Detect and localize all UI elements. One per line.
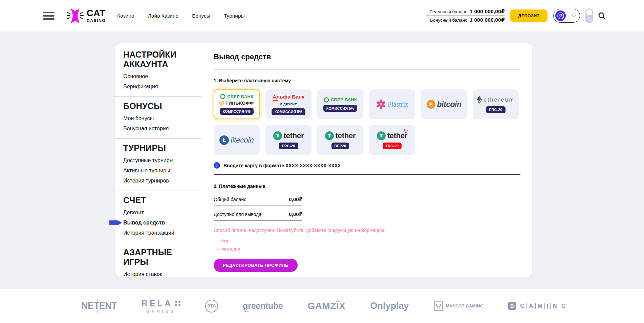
edit-profile-button[interactable]: РЕДАКТИРОВАТЬ ПРОФИЛЬ [214, 259, 298, 272]
tether-label: tether [336, 131, 356, 140]
real-balance-value: 1 000 000,00₽ [470, 8, 505, 15]
tinkoff-label: ТИНЬКОФФ [226, 101, 254, 106]
piastrix-flower-icon [376, 99, 386, 109]
payment-tile-piastrix[interactable]: Piastrix [369, 89, 415, 119]
bep20-badge: BEP20 [331, 143, 349, 149]
provider-logo-relax-gaming: RELA GAMING [142, 299, 180, 314]
payment-tile-tether-bep20[interactable]: ₮ tether BEP20 [317, 125, 363, 155]
sberbank-icon [324, 97, 329, 103]
deposit-button[interactable]: ДЕПОЗИТ [510, 9, 548, 22]
payment-balances: Общий баланс 0,00₽ Доступно для вывода 0… [214, 196, 302, 221]
sidebar-item-active-tournaments[interactable]: Активные турниры [123, 166, 201, 176]
bgaming-letter: M [536, 303, 545, 309]
hamburger-menu-icon[interactable] [43, 12, 55, 20]
nav-tournaments[interactable]: Турниры [224, 13, 245, 19]
provider-logo-greentube: greentube [243, 301, 283, 311]
sberbank-label: СБЕР БАНК [331, 97, 357, 102]
sidebar-divider [115, 96, 201, 97]
payment-tile-ethereum[interactable]: ethereum ERC-20 [473, 89, 519, 119]
cat-casino-logo[interactable]: CAT CASINO [67, 7, 106, 25]
sidebar-item-main[interactable]: Основное [123, 71, 201, 82]
sidebar-item-available-tournaments[interactable]: Доступные турниры [123, 155, 201, 166]
chevron-down-icon [572, 15, 576, 17]
withdrawal-panel: Вывод средств 1. Выберите платежную сист… [201, 43, 532, 277]
bgaming-letter: N [551, 303, 559, 309]
total-balance-value: 0,00₽ [289, 196, 302, 202]
bgaming-letter: G [518, 303, 527, 309]
provider-logo-gamzix: GAMZÎX [308, 301, 346, 311]
theme-toggle[interactable] [585, 8, 593, 23]
bgaming-letter: I [545, 303, 551, 309]
bitcoin-icon: ₿ [427, 100, 435, 109]
account-sidebar: НАСТРОЙКИ АККАУНТА Основное Верификация … [115, 43, 201, 277]
payment-tile-bitcoin[interactable]: ₿ bitcoin [421, 89, 467, 119]
commission-badge: КОМИССИЯ 5% [272, 108, 306, 115]
payment-tile-sberbank[interactable]: СБЕР БАНК КОМИССИЯ 5% [317, 89, 363, 119]
sberbank-icon [220, 94, 226, 99]
sberbank-label: СБЕР БАНК [227, 94, 253, 99]
logo-line1: CAT [87, 9, 106, 18]
alfa-bank-label: Альфа Банк [273, 94, 304, 100]
section-title-bonuses: БОНУСЫ [123, 101, 194, 111]
tether-icon: ₮ [325, 131, 334, 140]
payment-tile-tether-erc20[interactable]: ₮ tether ERC-20 [265, 125, 312, 155]
missing-field-first-name: Имя [217, 237, 520, 245]
title-divider [214, 69, 520, 69]
alfa-others-label: И ДРУГИЕ [280, 102, 297, 106]
ethereum-icon [477, 96, 482, 104]
cat-icon [67, 7, 84, 25]
available-balance-row: Доступно для вывода 0,00₽ [214, 211, 302, 221]
payment-tile-litecoin[interactable]: Ł litecoin [214, 125, 260, 155]
avatar [555, 10, 566, 21]
sidebar-item-bonus-history[interactable]: Бонусная история [123, 124, 201, 134]
sidebar-item-deposit[interactable]: Депозит [123, 208, 201, 218]
account-card: НАСТРОЙКИ АККАУНТА Основное Верификация … [115, 43, 532, 277]
real-balance-label: Реальный баланс [430, 9, 467, 14]
nav-bonuses[interactable]: Бонусы [192, 13, 210, 19]
section-title-tournaments: ТУРНИРЫ [123, 143, 194, 153]
payment-methods-grid: СБЕР БАНК ТИНЬКОФФ КОМИССИЯ 5% Альфа Бан… [214, 89, 520, 155]
relax-word: RELA [142, 299, 173, 308]
provider-logo-btg: BTG [205, 300, 218, 313]
relax-gaming-word: GAMING [146, 309, 176, 314]
sidebar-item-tournament-history[interactable]: История турниров [123, 176, 201, 186]
payment-tile-sber-tinkoff[interactable]: СБЕР БАНК ТИНЬКОФФ КОМИССИЯ 5% [214, 89, 260, 119]
nav-live-casino[interactable]: Лайв Казино [148, 13, 178, 19]
sidebar-item-my-bonuses[interactable]: Мои бонусы [123, 113, 201, 124]
commission-badge: КОМИССИЯ 5% [220, 108, 254, 115]
piastrix-label: Piastrix [388, 101, 408, 108]
card-format-note: i Вводите карту в формате ХХХХ-ХХХХ-ХХХХ… [214, 162, 520, 169]
bonus-balance-row: Бонусный баланс 1 000 000,00₽ [430, 16, 505, 24]
bgaming-b-icon: B [508, 302, 516, 310]
sidebar-item-withdrawal[interactable]: Вывод средств [123, 218, 201, 228]
tether-icon: ₮ [377, 131, 386, 140]
section-title-account: СЧЕТ [123, 195, 194, 205]
bonus-balance-value: 1 000 000,00₽ [470, 17, 505, 23]
provider-logo-bgaming: B G A M I N G [508, 302, 568, 310]
erc20-badge: ERC-20 [486, 106, 505, 113]
commission-badge: КОМИССИЯ 5% [323, 105, 358, 112]
person-icon [557, 12, 564, 20]
sidebar-item-verification[interactable]: Верификация [123, 82, 201, 92]
section-title-gambling: АЗАРТНЫЕ ИГРЫ [123, 247, 194, 266]
sidebar-divider [115, 243, 201, 243]
missing-field-last-name: Фамилия [217, 245, 520, 253]
bgaming-letter: G [559, 303, 568, 309]
tinkoff-icon [219, 101, 224, 106]
section-divider [214, 174, 520, 175]
sidebar-divider [115, 191, 201, 191]
info-icon: i [214, 162, 220, 169]
profile-dropdown[interactable] [553, 9, 580, 23]
providers-footer: NETENT RELA GAMING BTG greentube GAMZÎX … [0, 289, 644, 323]
search-button[interactable] [598, 12, 606, 20]
provider-logo-netent: NETENT [81, 301, 117, 311]
balance-block: Реальный баланс 1 000 000,00₽ Бонусный б… [426, 7, 505, 24]
nav-casino[interactable]: Казино [117, 13, 134, 19]
sun-icon [587, 17, 592, 21]
providers-row: NETENT RELA GAMING BTG greentube GAMZÎX … [81, 289, 568, 323]
payment-tile-alfa-bank[interactable]: Альфа Банк И ДРУГИЕ КОМИССИЯ 5% [265, 89, 312, 119]
sidebar-item-bet-history[interactable]: История ставок [123, 269, 201, 279]
tether-label: tether [284, 131, 304, 140]
sidebar-item-transaction-history[interactable]: История транзакций [123, 228, 201, 238]
payment-tile-tether-trc20[interactable]: ₮ tether TRC-20 [369, 125, 415, 155]
